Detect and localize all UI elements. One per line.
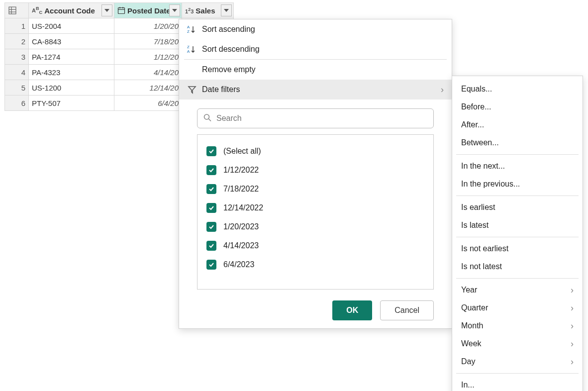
column-dropdown-trigger[interactable]	[101, 4, 112, 16]
cell[interactable]: PA-1274	[28, 49, 114, 65]
submenu-label: Is earliest	[461, 203, 495, 212]
checklist-label: 1/12/2022	[223, 166, 259, 175]
column-header-account-code[interactable]: ABC Account Code	[28, 2, 114, 18]
sort-ascending[interactable]: AZ Sort ascending	[179, 19, 452, 39]
date-filters[interactable]: Date filters ›	[179, 80, 452, 99]
cell[interactable]: PA-4323	[28, 64, 114, 80]
filter-year[interactable]: Year›	[452, 281, 583, 299]
menu-label: Remove empty	[202, 65, 256, 74]
chevron-right-icon: ›	[571, 285, 574, 295]
menu-label: Date filters	[202, 85, 240, 94]
column-header-posted-date[interactable]: Posted Date	[114, 2, 182, 18]
filter-dropdown-panel: AZ Sort ascending ZA Sort descending Rem…	[179, 19, 452, 329]
cell[interactable]: CA-8843	[28, 33, 114, 49]
submenu-label: In the previous...	[461, 180, 520, 189]
filter-after[interactable]: After...	[452, 116, 583, 134]
column-label: Sales	[196, 6, 215, 15]
remove-empty[interactable]: Remove empty	[179, 60, 452, 80]
column-label: Account Code	[44, 6, 95, 15]
filter-checklist: (Select all) 1/12/2022 7/18/2022 12/14/2…	[197, 134, 434, 290]
filter-quarter[interactable]: Quarter›	[452, 299, 583, 317]
chevron-right-icon: ›	[571, 321, 574, 331]
select-all-corner[interactable]	[4, 2, 29, 18]
filter-in-previous[interactable]: In the previous...	[452, 175, 583, 193]
menu-label: Sort descending	[202, 45, 260, 54]
chevron-right-icon: ›	[571, 339, 574, 349]
submenu-label: Is not latest	[461, 262, 502, 271]
filter-in-next[interactable]: In the next...	[452, 157, 583, 175]
checkbox-checked-icon	[206, 260, 216, 270]
filter-is-not-earliest[interactable]: Is not earliest	[452, 240, 583, 258]
checklist-row-select-all[interactable]: (Select all)	[206, 142, 424, 161]
column-dropdown-trigger[interactable]	[221, 4, 232, 16]
filter-day[interactable]: Day›	[452, 353, 583, 371]
cell[interactable]: US-1200	[28, 80, 114, 96]
submenu-label: Day	[461, 357, 475, 366]
cell[interactable]: 4/14/20	[114, 64, 182, 80]
row-header[interactable]: 2	[4, 33, 29, 49]
filter-between[interactable]: Between...	[452, 134, 583, 152]
column-header-sales[interactable]: 123 Sales	[182, 2, 234, 18]
submenu-label: Month	[461, 321, 483, 330]
checkbox-checked-icon	[206, 222, 216, 232]
svg-text:Z: Z	[187, 45, 190, 49]
row-header[interactable]: 4	[4, 64, 29, 80]
row-header[interactable]: 5	[4, 80, 29, 96]
sort-descending[interactable]: ZA Sort descending	[179, 39, 452, 59]
cell[interactable]: US-2004	[28, 18, 114, 34]
ok-button[interactable]: OK	[332, 300, 372, 320]
cell[interactable]: 12/14/20	[114, 80, 182, 96]
submenu-label: Is latest	[461, 221, 489, 230]
checklist-row[interactable]: 6/4/2023	[206, 255, 424, 274]
submenu-label: Between...	[461, 138, 499, 147]
filter-before[interactable]: Before...	[452, 98, 583, 116]
checkbox-checked-icon	[206, 165, 216, 175]
sort-asc-icon: AZ	[187, 24, 197, 34]
checklist-row[interactable]: 1/20/2023	[206, 217, 424, 236]
column-dropdown-trigger[interactable]	[169, 4, 180, 16]
submenu-label: Quarter	[461, 303, 488, 312]
divider	[456, 373, 579, 374]
cancel-button[interactable]: Cancel	[380, 300, 434, 320]
svg-point-12	[204, 114, 209, 119]
search-input[interactable]	[197, 108, 434, 128]
checklist-row[interactable]: 7/18/2022	[206, 180, 424, 198]
chevron-right-icon: ›	[571, 357, 574, 367]
cell[interactable]: 7/18/20	[114, 33, 182, 49]
svg-rect-0	[9, 7, 16, 14]
cell[interactable]: 1/20/20	[114, 18, 182, 34]
checklist-label: 4/14/2023	[223, 241, 259, 250]
svg-text:A: A	[187, 49, 190, 54]
filter-month[interactable]: Month›	[452, 317, 583, 335]
divider	[456, 196, 579, 196]
svg-text:Z: Z	[187, 29, 190, 34]
filter-is-earliest[interactable]: Is earliest	[452, 198, 583, 216]
divider	[456, 278, 579, 279]
sort-desc-icon: ZA	[187, 44, 197, 54]
cell[interactable]: 6/4/20	[114, 95, 182, 111]
search-icon	[203, 113, 212, 124]
checkbox-checked-icon	[206, 241, 216, 251]
checklist-row[interactable]: 4/14/2023	[206, 236, 424, 255]
filter-is-not-latest[interactable]: Is not latest	[452, 258, 583, 276]
filter-is-latest[interactable]: Is latest	[452, 216, 583, 234]
date-filters-submenu: Equals... Before... After... Between... …	[452, 76, 583, 391]
svg-line-13	[209, 119, 211, 121]
submenu-label: Is not earliest	[461, 244, 508, 253]
filter-in[interactable]: In...	[452, 376, 583, 391]
submenu-label: Year	[461, 286, 477, 294]
checklist-row[interactable]: 12/14/2022	[206, 198, 424, 217]
filter-icon	[187, 85, 197, 95]
cell[interactable]: PTY-507	[28, 95, 114, 111]
cell[interactable]: 1/12/20	[114, 49, 182, 65]
row-header[interactable]: 1	[4, 18, 29, 34]
checklist-row[interactable]: 1/12/2022	[206, 161, 424, 180]
checklist-label: 6/4/2023	[223, 260, 254, 269]
divider	[456, 154, 579, 155]
row-header[interactable]: 6	[4, 95, 29, 111]
row-header[interactable]: 3	[4, 49, 29, 65]
submenu-label: In...	[461, 381, 475, 390]
filter-equals[interactable]: Equals...	[452, 80, 583, 98]
divider	[456, 237, 579, 237]
filter-week[interactable]: Week›	[452, 335, 583, 353]
